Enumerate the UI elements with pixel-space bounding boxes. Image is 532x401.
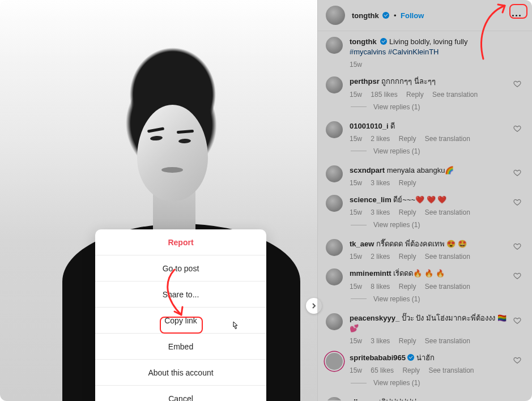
comment-reply-link[interactable]: Reply (399, 208, 416, 216)
author-username[interactable]: tongthk (352, 11, 379, 20)
comment-time: 15w (350, 283, 362, 291)
author-avatar[interactable] (326, 6, 345, 25)
comment-body: ดี (390, 122, 395, 130)
commenter-avatar[interactable] (326, 121, 343, 138)
comment-text: elle_rc_ เฮิฟฟฟฟฟฟ (350, 397, 510, 400)
modal-embed[interactable]: Embed (95, 334, 266, 360)
like-comment-button[interactable] (513, 80, 521, 88)
post-header: tongthk • Follow (318, 0, 532, 31)
follow-link[interactable]: Follow (401, 11, 424, 20)
comment-time: 15w (350, 337, 362, 345)
comment-likes[interactable]: 2 likes (371, 135, 390, 143)
like-comment-button[interactable] (513, 356, 521, 364)
replies-dash-icon (351, 106, 367, 107)
commenter-avatar[interactable] (326, 76, 343, 93)
comment-translate-link[interactable]: See translation (428, 366, 474, 374)
modal-copy-link[interactable]: Copy link (95, 308, 266, 334)
view-replies-link[interactable]: View replies (1) (318, 293, 532, 308)
post-sidebar: tongthk • Follow tongthk Living bo (317, 0, 532, 401)
comment-username[interactable]: science_lim (350, 195, 391, 204)
view-replies-link[interactable]: View replies (1) (318, 377, 532, 391)
comment-translate-link[interactable]: See translation (432, 91, 478, 99)
commenter-avatar[interactable] (326, 165, 343, 182)
commenter-avatar[interactable] (326, 239, 343, 256)
more-options-button[interactable] (508, 7, 524, 23)
comment-reply-link[interactable]: Reply (399, 179, 416, 187)
modal-cancel[interactable]: Cancel (95, 386, 266, 401)
separator-dot: • (394, 11, 397, 20)
comment-time: 15w (350, 135, 362, 143)
comment-likes[interactable]: 2 likes (371, 253, 390, 261)
comment-username[interactable]: perthpsr (350, 77, 380, 86)
comment-translate-link[interactable]: See translation (425, 135, 470, 143)
caption-username[interactable]: tongthk (350, 37, 377, 46)
comment-time: 15w (350, 179, 362, 187)
like-comment-button[interactable] (513, 272, 521, 280)
comment-likes[interactable]: 65 likes (371, 366, 394, 374)
comment-reply-link[interactable]: Reply (399, 135, 416, 143)
post-viewer: tongthk • Follow tongthk Living bo (0, 0, 532, 401)
hashtag-link[interactable]: #mycalvins #CalvinKleinTH (350, 48, 439, 56)
view-replies-link[interactable]: View replies (1) (318, 219, 532, 233)
comment-likes[interactable]: 3 likes (371, 337, 390, 345)
comment-username[interactable]: mminemintt (350, 269, 391, 278)
comment-reply-link[interactable]: Reply (402, 366, 420, 374)
comment-translate-link[interactable]: See translation (425, 208, 470, 216)
author-line: tongthk • Follow (352, 11, 424, 20)
comment-body: ถูกกกกๆๆ นี่ละๆๆ (381, 77, 436, 86)
comment-row: elle_rc_ เฮิฟฟฟฟฟฟ 15w 8 likes Reply See… (318, 391, 532, 400)
replies-dash-icon (351, 298, 367, 299)
modal-about-account[interactable]: About this account (95, 360, 266, 386)
like-comment-button[interactable] (513, 317, 521, 325)
like-comment-button[interactable] (513, 169, 521, 177)
comments-scroll[interactable]: tongthk Living boldly, loving fully #myc… (318, 31, 532, 400)
replies-dash-icon (351, 151, 367, 151)
comment-translate-link[interactable]: See translation (425, 283, 470, 291)
post-caption: tongthk Living boldly, loving fully #myc… (318, 31, 532, 71)
author-avatar-small[interactable] (326, 37, 343, 54)
comment-text: scxndpart menyala abangku🌈 (350, 165, 510, 176)
comment-row: mminemintt เริ่ดดด🔥 🔥 🔥 15w 8 likes Repl… (318, 263, 532, 292)
comment-likes[interactable]: 8 likes (371, 283, 390, 291)
commenter-avatar[interactable] (326, 397, 343, 400)
comment-reply-link[interactable]: Reply (399, 283, 416, 291)
replies-dash-icon (351, 383, 367, 383)
comment-text: spritebababi965 น่าฮัก (350, 353, 510, 363)
comment-body: น่าฮัก (416, 353, 435, 362)
modal-share-to[interactable]: Share to... (95, 281, 266, 308)
comment-row: perthpsr ถูกกกกๆๆ นี่ละๆๆ 15w 185 likes … (318, 71, 532, 100)
modal-go-to-post[interactable]: Go to post (95, 255, 266, 281)
view-replies-link[interactable]: View replies (1) (318, 145, 532, 160)
view-replies-link[interactable]: View replies (1) (318, 101, 532, 116)
like-comment-button[interactable] (513, 125, 521, 133)
comment-body: menyala abangku🌈 (387, 166, 454, 174)
comment-likes[interactable]: 3 likes (371, 208, 390, 216)
modal-report[interactable]: Report (95, 229, 266, 255)
caption-time: 15w (350, 61, 362, 69)
comment-username[interactable]: elle_rc_ (350, 398, 377, 400)
commenter-avatar[interactable] (326, 313, 343, 330)
comment-translate-link[interactable]: See translation (425, 253, 470, 261)
comment-reply-link[interactable]: Reply (399, 253, 416, 261)
comment-text: mminemintt เริ่ดดด🔥 🔥 🔥 (350, 268, 510, 279)
comment-text: peacenskyyy_ ปั๊วะ ปัง มันโฮ่งมากคะพี่ต้… (350, 313, 510, 334)
comment-time: 15w (350, 91, 362, 99)
comment-likes[interactable]: 185 likes (371, 91, 397, 99)
commenter-avatar[interactable] (326, 195, 343, 212)
comment-likes[interactable]: 3 likes (371, 179, 390, 187)
comment-translate-link[interactable]: See translation (425, 337, 470, 345)
commenter-avatar[interactable] (326, 268, 343, 285)
commenter-avatar[interactable] (326, 353, 343, 370)
comment-username[interactable]: tk_aew (350, 240, 374, 248)
comment-reply-link[interactable]: Reply (406, 91, 424, 99)
comment-body: ดีย์~~~❤️ ❤️ ❤️ (393, 195, 446, 204)
comment-username[interactable]: spritebababi965 (350, 353, 406, 362)
comment-username[interactable]: scxndpart (350, 166, 385, 174)
caption-hashtags[interactable]: #mycalvins #CalvinKleinTH (350, 47, 524, 57)
comment-username[interactable]: peacenskyyy_ (350, 314, 399, 322)
like-comment-button[interactable] (513, 242, 521, 250)
comment-reply-link[interactable]: Reply (399, 337, 416, 345)
next-photo-button[interactable] (306, 298, 322, 314)
comment-username[interactable]: 01001010_i (350, 122, 389, 130)
like-comment-button[interactable] (513, 198, 521, 206)
